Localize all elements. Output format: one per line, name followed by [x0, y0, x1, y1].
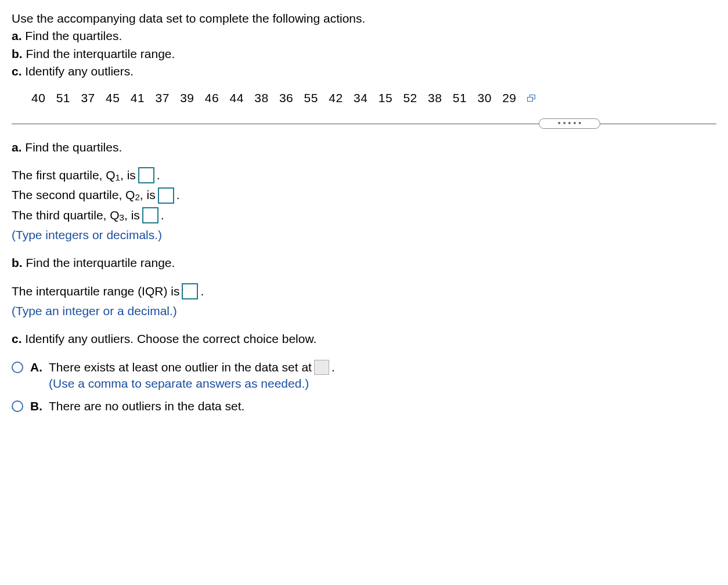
part-b-inputs: The interquartile range (IQR) is . (Type…	[12, 283, 716, 320]
intro-lead: Use the accompanying data set to complet…	[12, 10, 716, 27]
outlier-input	[314, 360, 329, 375]
data-set-row: 40 51 37 45 41 37 39 46 44 38 36 55 42 3…	[12, 90, 716, 106]
choice-a-text: There exists at least one outlier in the…	[49, 359, 716, 375]
part-c: c. Identify any outliers. Choose the cor…	[12, 331, 716, 347]
choice-b-radio[interactable]	[12, 400, 23, 412]
part-c-choices: A. There exists at least one outlier in …	[12, 359, 716, 414]
choice-a-row: A. There exists at least one outlier in …	[12, 359, 716, 392]
iqr-input[interactable]	[182, 283, 198, 299]
more-options-capsule[interactable]: •••••	[539, 118, 600, 129]
q3-input[interactable]	[142, 207, 158, 223]
q1-line: The first quartile, Q1, is .	[12, 167, 716, 183]
q3-line: The third quartile, Q3, is .	[12, 207, 716, 223]
part-b: b. Find the interquartile range.	[12, 255, 716, 271]
part-a-hint: (Type integers or decimals.)	[12, 227, 716, 243]
part-a-heading: a. Find the quartiles.	[12, 139, 716, 156]
part-c-heading: c. Identify any outliers. Choose the cor…	[12, 331, 716, 347]
intro-a: a. Find the quartiles.	[12, 28, 716, 44]
part-b-hint: (Type an integer or a decimal.)	[12, 303, 716, 319]
part-a-inputs: The first quartile, Q1, is . The second …	[12, 167, 716, 243]
divider: •••••	[12, 118, 716, 129]
copy-data-icon[interactable]	[527, 95, 536, 103]
choice-a-radio[interactable]	[12, 362, 23, 373]
choice-a-label: A.	[30, 359, 43, 375]
intro-c: c. Identify any outliers.	[12, 63, 716, 80]
choice-b-text: There are no outliers in the data set.	[49, 398, 716, 414]
choice-b-row: B. There are no outliers in the data set…	[12, 398, 716, 414]
q2-input[interactable]	[158, 187, 174, 204]
iqr-line: The interquartile range (IQR) is .	[12, 283, 716, 299]
choice-b-label: B.	[30, 398, 43, 414]
q2-line: The second quartile, Q2, is .	[12, 187, 716, 203]
question-intro: Use the accompanying data set to complet…	[12, 10, 716, 80]
q1-input[interactable]	[138, 167, 154, 183]
intro-b: b. Find the interquartile range.	[12, 46, 716, 62]
part-b-heading: b. Find the interquartile range.	[12, 255, 716, 271]
data-values: 40 51 37 45 41 37 39 46 44 38 36 55 42 3…	[31, 90, 517, 106]
choice-a-hint: (Use a comma to separate answers as need…	[49, 375, 716, 392]
divider-line	[12, 124, 716, 124]
part-a: a. Find the quartiles.	[12, 139, 716, 156]
